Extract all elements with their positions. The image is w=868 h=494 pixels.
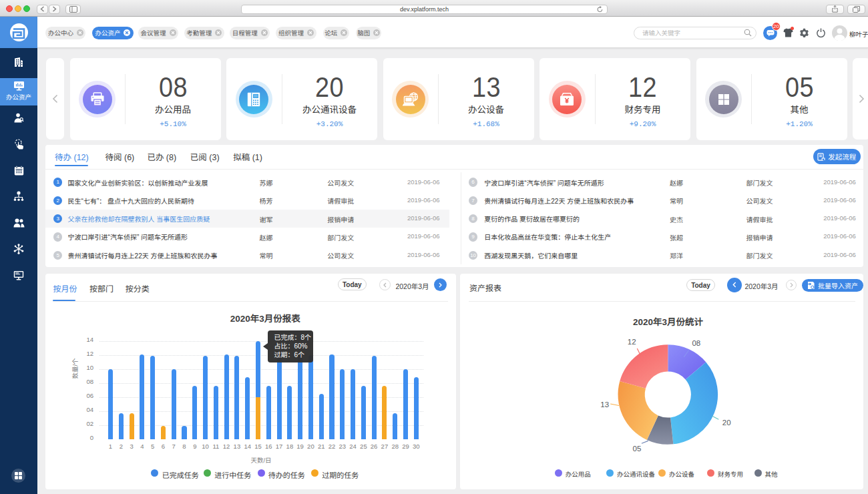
svg-text:20: 20 bbox=[722, 419, 731, 427]
svg-text:12: 12 bbox=[628, 337, 636, 345]
svg-text:13: 13 bbox=[600, 401, 609, 409]
svg-text:08: 08 bbox=[692, 339, 700, 347]
svg-text:05: 05 bbox=[633, 444, 642, 452]
